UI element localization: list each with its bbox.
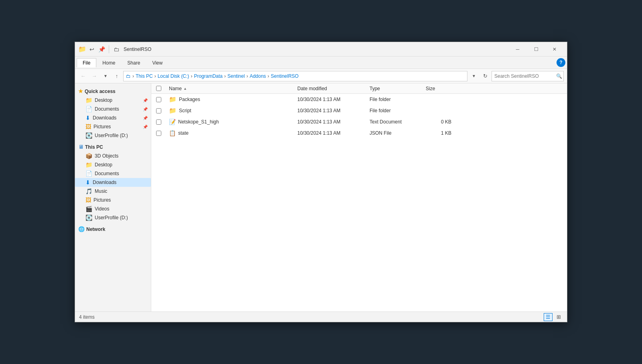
row-select-checkbox[interactable]	[156, 97, 161, 102]
tab-home[interactable]: Home	[96, 58, 121, 67]
search-input[interactable]	[494, 73, 555, 79]
ribbon: File Home Share View ?	[75, 57, 567, 69]
file-row-netskope[interactable]: 📝 Netskope_S1_high 10/30/2024 1:13 AM Te…	[151, 116, 567, 127]
help-button[interactable]: ?	[557, 58, 565, 67]
tab-share[interactable]: Share	[121, 58, 146, 67]
sidebar-item-downloads-qa[interactable]: ⬇ Downloads 📌	[75, 113, 151, 122]
sidebar-item-documents-qa[interactable]: 📄 Documents 📌	[75, 105, 151, 113]
refresh-button[interactable]: ↻	[480, 71, 490, 81]
sidebar-section-network[interactable]: 🌐 Network	[75, 224, 151, 234]
sidebar-item-music[interactable]: 🎵 Music	[75, 187, 151, 196]
sidebar-label: Desktop	[95, 97, 112, 103]
col-header-modified[interactable]: Date modified	[294, 86, 366, 91]
breadcrumb-programdata[interactable]: ProgramData	[194, 73, 222, 79]
col-header-type[interactable]: Type	[366, 86, 423, 91]
quick-access-label: Quick access	[85, 89, 116, 94]
breadcrumb-thispc[interactable]: This PC	[136, 73, 153, 79]
search-bar[interactable]: 🔍	[492, 71, 564, 81]
tab-view[interactable]: View	[146, 58, 169, 67]
sidebar: ★ Quick access 📁 Desktop 📌 📄 Documents 📌…	[75, 83, 151, 311]
row-select-checkbox[interactable]	[156, 119, 161, 125]
sidebar-label: Documents	[95, 106, 119, 112]
large-icons-view-button[interactable]: ⊞	[554, 313, 563, 321]
search-icon: 🔍	[556, 73, 562, 79]
file-row-script[interactable]: 📁 Script 10/30/2024 1:13 AM File folder	[151, 105, 567, 116]
dropdown-button[interactable]: ▼	[469, 71, 479, 81]
tab-file[interactable]: File	[77, 58, 96, 67]
pin-icon[interactable]: 📌	[98, 45, 106, 53]
docs-icon: 📄	[85, 170, 92, 177]
sidebar-item-pictures-qa[interactable]: 🖼 Pictures 📌	[75, 122, 151, 131]
sidebar-label: Desktop	[95, 162, 112, 168]
sidebar-label: Pictures	[93, 124, 111, 129]
row-type-script: File folder	[366, 108, 423, 113]
titlebar-divider	[109, 45, 109, 53]
undo-icon[interactable]: ↩	[88, 45, 96, 53]
col-header-name[interactable]: Name ▲	[166, 86, 294, 91]
filelist-header: Name ▲ Date modified Type Size	[151, 83, 567, 94]
sidebar-item-pictures-pc[interactable]: 🖼 Pictures	[75, 196, 151, 204]
breadcrumb-sentinel[interactable]: Sentinel	[228, 73, 245, 79]
col-header-size[interactable]: Size	[423, 86, 455, 91]
music-icon: 🎵	[85, 188, 92, 194]
folder-icon: 📁	[169, 107, 177, 114]
breadcrumb[interactable]: 🗀 › This PC › Local Disk (C:) › ProgramD…	[123, 71, 467, 81]
up-button[interactable]: ↑	[112, 71, 122, 81]
filelist: Name ▲ Date modified Type Size 📁 Package…	[151, 83, 567, 311]
row-name-packages: 📁 Packages	[166, 96, 294, 103]
sidebar-item-downloads-pc[interactable]: ⬇ Downloads	[75, 178, 151, 187]
file-row-state[interactable]: 📋 state 10/30/2024 1:13 AM JSON File 1 K…	[151, 127, 567, 139]
row-checkbox[interactable]	[151, 131, 166, 136]
row-select-checkbox[interactable]	[156, 131, 161, 136]
breadcrumb-addons[interactable]: Addons	[250, 73, 266, 79]
folder-icon: 📁	[78, 45, 86, 53]
window-controls: ─ ☐ ✕	[508, 42, 564, 57]
minimize-button[interactable]: ─	[508, 42, 527, 57]
row-type-packages: File folder	[366, 97, 423, 102]
row-select-checkbox[interactable]	[156, 108, 161, 113]
videos-icon: 🎬	[85, 206, 92, 212]
file-row-packages[interactable]: 📁 Packages 10/30/2024 1:13 AM File folde…	[151, 94, 567, 105]
ribbon-tabs: File Home Share View ?	[75, 57, 567, 69]
sidebar-label: UserProfile (D:)	[95, 133, 128, 138]
recent-button[interactable]: ▼	[101, 71, 110, 81]
view-controls: ☰ ⊞	[544, 313, 563, 321]
sidebar-label: Downloads	[93, 180, 116, 185]
details-view-button[interactable]: ☰	[544, 313, 553, 321]
row-checkbox[interactable]	[151, 97, 166, 102]
row-name-netskope: 📝 Netskope_S1_high	[166, 119, 294, 125]
json-icon: 📋	[169, 130, 176, 136]
sidebar-item-3dobjects[interactable]: 📦 3D Objects	[75, 152, 151, 160]
sidebar-item-userprofile-pc[interactable]: 💽 UserProfile (D:)	[75, 213, 151, 222]
row-checkbox[interactable]	[151, 108, 166, 113]
maximize-button[interactable]: ☐	[527, 42, 545, 57]
pin-icon: 📌	[143, 107, 148, 111]
docs-icon: 📄	[85, 106, 92, 112]
sidebar-item-userprofile-qa[interactable]: 💽 UserProfile (D:)	[75, 131, 151, 140]
header-checkbox[interactable]	[151, 86, 166, 91]
row-type-netskope: Text Document	[366, 119, 423, 125]
back-button[interactable]: ←	[78, 71, 88, 81]
forward-button[interactable]: →	[89, 71, 99, 81]
sidebar-item-videos[interactable]: 🎬 Videos	[75, 204, 151, 213]
row-checkbox[interactable]	[151, 119, 166, 125]
sidebar-section-this-pc[interactable]: 🖥 This PC	[75, 142, 151, 152]
item-count: 4 items	[79, 314, 95, 320]
pin-icon: 📌	[143, 98, 148, 103]
row-modified-script: 10/30/2024 1:13 AM	[294, 108, 366, 113]
sidebar-item-desktop-qa[interactable]: 📁 Desktop 📌	[75, 96, 151, 105]
folder-icon: 📁	[85, 97, 92, 103]
main-content: ★ Quick access 📁 Desktop 📌 📄 Documents 📌…	[75, 83, 567, 311]
select-all-checkbox[interactable]	[156, 86, 161, 91]
statusbar: 4 items ☰ ⊞	[75, 311, 567, 322]
sidebar-item-documents-pc[interactable]: 📄 Documents	[75, 169, 151, 178]
sidebar-item-desktop-pc[interactable]: 📁 Desktop	[75, 160, 151, 169]
breadcrumb-disk[interactable]: Local Disk (C:)	[158, 73, 189, 79]
row-size-state: 1 KB	[423, 130, 455, 136]
breadcrumb-folder-icon: 🗀	[126, 73, 131, 79]
breadcrumb-sentinelrso[interactable]: SentinelRSO	[271, 73, 299, 79]
sidebar-label: Videos	[95, 206, 109, 212]
close-button[interactable]: ✕	[545, 42, 564, 57]
file-scroll-area: 📁 Packages 10/30/2024 1:13 AM File folde…	[151, 94, 567, 311]
sidebar-section-quick-access[interactable]: ★ Quick access	[75, 87, 151, 96]
